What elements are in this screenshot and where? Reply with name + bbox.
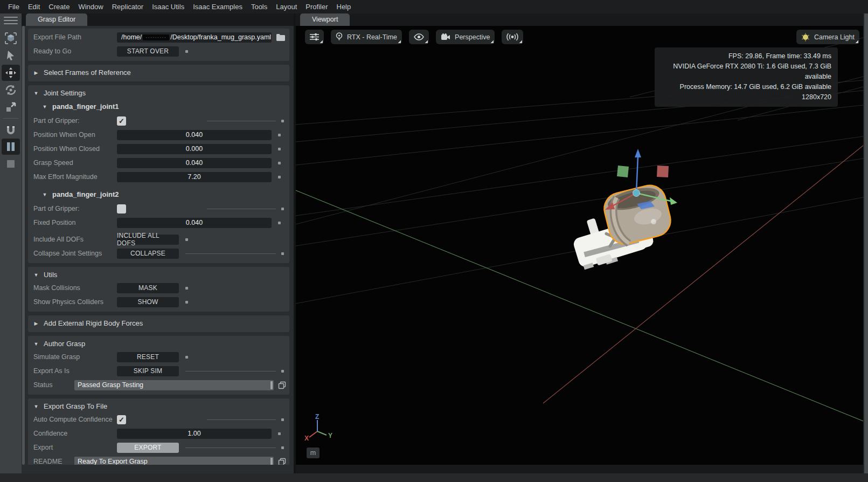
gizmo-center-handle[interactable]: [633, 190, 640, 197]
scale-tool-icon[interactable]: [2, 99, 20, 115]
part-of-gripper-checkbox[interactable]: [117, 116, 126, 126]
export-setup-block: Export File Path /home/·········/Desktop…: [28, 29, 289, 61]
section-title: Author Grasp: [44, 340, 85, 348]
menu-help[interactable]: Help: [333, 1, 355, 12]
readme-field[interactable]: Ready To Export Grasp: [74, 457, 274, 465]
default-indicator-dot: [281, 418, 284, 421]
skip-sim-button[interactable]: SKIP SIM: [117, 366, 179, 376]
menu-isaac-examples[interactable]: Isaac Examples: [189, 1, 246, 12]
add-external-forces-header[interactable]: Add External Rigid Body Forces: [33, 317, 284, 329]
position-when-open-field[interactable]: 0.040: [117, 130, 272, 140]
select-tool-cursor-icon[interactable]: [2, 47, 20, 64]
default-indicator-dot: [281, 370, 284, 373]
panel-tab-bar: Grasp Editor: [22, 13, 294, 26]
default-indicator-dot: [278, 176, 281, 178]
menu-edit[interactable]: Edit: [24, 1, 44, 12]
show-button[interactable]: SHOW: [117, 297, 179, 307]
show-physics-row: Show Physics Colliders SHOW: [33, 295, 284, 309]
utils-section: Utils Mask Collisions MASK Show Physics …: [28, 267, 289, 312]
camera-light-button[interactable]: Camera Light: [796, 30, 859, 44]
copy-icon[interactable]: [278, 381, 286, 389]
collapse-icon: [33, 91, 39, 96]
default-indicator-dot: [185, 356, 188, 359]
mask-button[interactable]: MASK: [117, 283, 179, 293]
units-badge: m: [307, 447, 320, 458]
folder-browse-icon[interactable]: [276, 33, 286, 41]
gizmo-plane-red[interactable]: [657, 166, 669, 177]
auto-compute-row: Auto Compute Confidence: [33, 412, 284, 426]
copy-icon[interactable]: [278, 458, 286, 465]
fixed-position-label: Fixed Position: [33, 219, 117, 226]
default-indicator-dot: [278, 432, 281, 435]
default-indicator-dot: [281, 208, 284, 210]
select-frames-header[interactable]: Select Frames of Reference: [33, 66, 284, 79]
fixed-position-field[interactable]: 0.040: [117, 218, 272, 228]
select-mode-cube-icon[interactable]: [2, 30, 20, 46]
reset-button[interactable]: RESET: [117, 352, 179, 362]
field-scroll-nub: [270, 458, 273, 465]
export-label: Export: [33, 444, 117, 451]
collapse-icon: [33, 272, 39, 278]
max-effort-field[interactable]: 7.20: [117, 172, 272, 182]
joint-settings-header[interactable]: Joint Settings: [33, 87, 284, 99]
include-all-dofs-button[interactable]: INCLUDE ALL DOFS: [117, 235, 179, 245]
collapse-icon: [33, 341, 39, 347]
eye-icon: [414, 33, 424, 40]
renderer-button[interactable]: RTX - Real-Time: [331, 30, 402, 44]
stop-button[interactable]: [2, 156, 20, 172]
readme-row: README Ready To Export Grasp: [33, 455, 284, 465]
position-when-open-row: Position When Open 0.040: [33, 128, 284, 142]
position-when-closed-row: Position When Closed 0.000: [33, 142, 284, 156]
position-when-closed-field[interactable]: 0.000: [117, 144, 272, 154]
camera-button[interactable]: Perspective: [436, 30, 495, 44]
menu-replicator[interactable]: Replicator: [108, 1, 148, 12]
menu-window[interactable]: Window: [74, 1, 107, 12]
move-tool-icon[interactable]: [2, 65, 20, 81]
export-grasp-header[interactable]: Export Grasp To File: [33, 400, 284, 412]
viewport-3d-canvas[interactable]: RTX - Real-Time Perspective: [296, 26, 863, 465]
grasp-speed-field[interactable]: 0.040: [117, 158, 272, 168]
pause-button[interactable]: [2, 139, 20, 155]
snap-magnet-icon[interactable]: [2, 121, 20, 137]
gizmo-plane-green[interactable]: [617, 166, 629, 177]
rotate-tool-icon[interactable]: [2, 82, 20, 98]
export-button[interactable]: EXPORT: [117, 443, 179, 453]
start-over-button[interactable]: START OVER: [117, 46, 179, 57]
export-file-path-label: Export File Path: [33, 33, 117, 41]
grasp-editor-panel: Grasp Editor Export File Path /home/····…: [22, 13, 294, 473]
panel-scrollbar[interactable]: [22, 26, 25, 465]
capture-button[interactable]: [502, 30, 523, 44]
toolbar-menu-icon[interactable]: [4, 17, 18, 24]
joint1-header[interactable]: panda_finger_joint1: [33, 99, 284, 114]
window-right-scrollbar[interactable]: [863, 13, 868, 482]
collapse-button[interactable]: COLLAPSE: [117, 249, 179, 259]
visibility-button[interactable]: [409, 30, 429, 44]
section-title: Joint Settings: [44, 89, 86, 97]
viewport-settings-button[interactable]: [305, 30, 324, 44]
collapse-icon: [33, 404, 39, 409]
menu-tools[interactable]: Tools: [247, 1, 271, 12]
stats-process-memory: Process Memory: 14.7 GiB used, 6.2 GiB a…: [660, 82, 831, 92]
status-field[interactable]: Passed Grasp Testing: [74, 380, 274, 390]
auto-compute-checkbox[interactable]: [117, 415, 126, 424]
menu-layout[interactable]: Layout: [272, 1, 301, 12]
stats-gpu-memory: NVIDIA GeForce RTX 2080 Ti: 1.6 GiB used…: [660, 61, 831, 82]
include-all-dofs-label: Include All DOFs: [33, 236, 117, 243]
menu-profiler[interactable]: Profiler: [302, 1, 331, 12]
status-label: Status: [33, 381, 74, 389]
utils-header[interactable]: Utils: [33, 268, 284, 281]
tab-grasp-editor[interactable]: Grasp Editor: [26, 13, 87, 26]
menu-isaac-utils[interactable]: Isaac Utils: [148, 1, 188, 12]
part-of-gripper2-checkbox[interactable]: [117, 204, 126, 214]
confidence-field[interactable]: 1.00: [117, 429, 272, 439]
menu-create[interactable]: Create: [45, 1, 73, 12]
default-indicator-dot: [185, 50, 188, 53]
tab-viewport[interactable]: Viewport: [300, 13, 350, 26]
export-file-path-field[interactable]: /home/·········/Desktop/franka_mug_grasp…: [117, 32, 272, 43]
menu-file[interactable]: File: [4, 1, 23, 12]
fixed-position-row: Fixed Position 0.040: [33, 216, 284, 230]
status-value: Passed Grasp Testing: [78, 381, 143, 389]
joint2-header[interactable]: panda_finger_joint2: [33, 187, 284, 202]
axes-indicator: Z X Y: [301, 414, 334, 443]
author-grasp-header[interactable]: Author Grasp: [33, 338, 284, 350]
